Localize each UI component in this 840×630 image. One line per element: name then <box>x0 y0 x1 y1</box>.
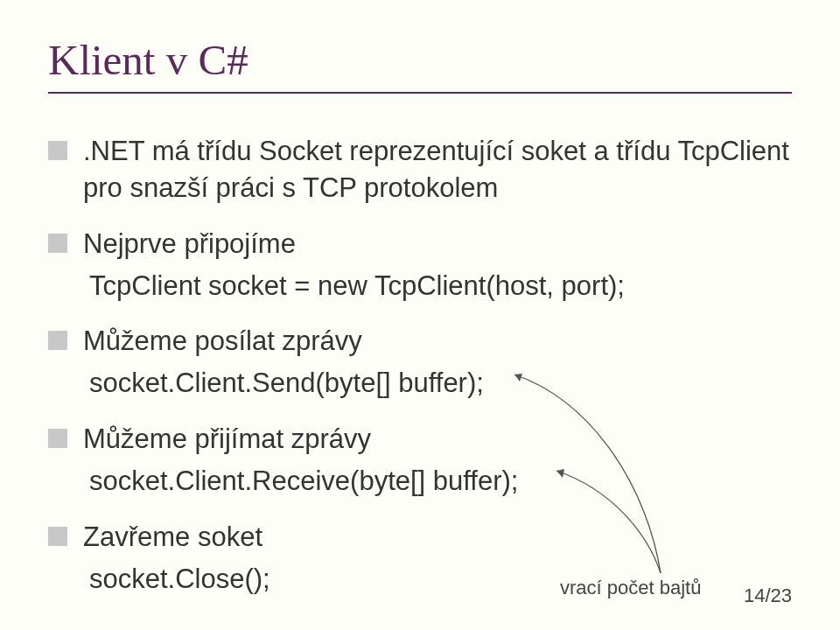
code-line-send: socket.Client.Send(byte[] buffer); <box>89 365 792 402</box>
slide: Klient v C# .NET má třídu Socket repreze… <box>0 0 840 630</box>
bullet-item: Můžeme posílat zprávy <box>48 323 792 360</box>
bullet-text: Zavřeme soket <box>83 519 792 556</box>
bullet-item: Můžeme přijímat zprávy <box>48 421 792 458</box>
bullet-icon <box>48 234 67 253</box>
bullet-text: Nejprve připojíme <box>83 226 792 262</box>
slide-content: .NET má třídu Socket reprezentující soke… <box>48 133 792 597</box>
bullet-text: Můžeme posílat zprávy <box>83 323 792 360</box>
bullet-text: Můžeme přijímat zprávy <box>83 421 792 458</box>
bullet-item: Zavřeme soket <box>48 519 792 556</box>
bullet-icon <box>48 331 67 350</box>
title-underline <box>48 92 792 94</box>
page-number: 14/23 <box>744 584 792 607</box>
bullet-icon <box>48 429 67 448</box>
bullet-text: .NET má třídu Socket reprezentující soke… <box>83 133 792 206</box>
bullet-icon <box>48 141 67 160</box>
bullet-item: .NET má třídu Socket reprezentující soke… <box>48 133 792 206</box>
bullet-icon <box>48 527 67 546</box>
arrow-caption: vrací počet bajtů <box>560 577 701 599</box>
slide-title: Klient v C# <box>48 35 792 85</box>
code-line: TcpClient socket = new TcpClient(host, p… <box>89 268 792 304</box>
code-line-receive: socket.Client.Receive(byte[] buffer); <box>89 463 792 500</box>
bullet-item: Nejprve připojíme <box>48 226 792 262</box>
